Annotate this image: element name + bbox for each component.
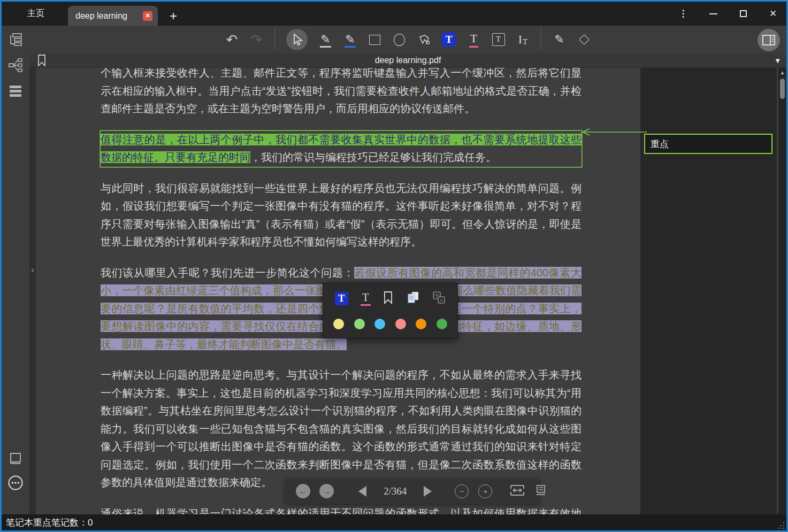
redo-button[interactable]: ↷: [250, 29, 263, 50]
undo-button[interactable]: ↶: [225, 29, 239, 50]
list-icon: [9, 84, 22, 97]
maximize-icon: [740, 10, 747, 17]
page-indicator[interactable]: 2/364: [384, 485, 407, 497]
ink-sign-tool-button[interactable]: ✎: [553, 29, 566, 50]
text-highlight-icon: T: [442, 33, 456, 47]
notebook-button[interactable]: [2, 451, 29, 466]
text-box-tool-button[interactable]: T: [492, 29, 505, 50]
note-connector-line: [580, 128, 647, 136]
paragraph: 通俗来说，机器学习是一门讨论各式各样的适用于不同问题的函数形式，以及如何使用数据…: [101, 505, 582, 515]
cursor-icon: [291, 33, 303, 46]
document-tab[interactable]: deep learning ✕: [68, 6, 158, 26]
toolbar-separator: [274, 29, 275, 50]
text-box-icon: T: [492, 33, 505, 46]
outline-tree-icon: [8, 32, 23, 47]
fit-page-button[interactable]: [535, 484, 546, 498]
rectangle-tool-button[interactable]: [368, 29, 381, 50]
polygon-icon: [418, 33, 431, 46]
outline-panel-button[interactable]: [2, 32, 29, 47]
green-color-dot[interactable]: [437, 319, 447, 329]
mindmap-icon: [8, 58, 23, 73]
notes-list-panel-button[interactable]: [2, 84, 29, 97]
fit-width-button[interactable]: [510, 484, 525, 498]
minimize-button[interactable]: [705, 6, 721, 22]
window-controls: ⋮ ✕: [675, 2, 781, 26]
orange-color-dot[interactable]: [416, 319, 426, 329]
rectangle-icon: [369, 35, 380, 45]
eraser-tool-button[interactable]: [577, 29, 591, 50]
text-insert-tool-button[interactable]: IT: [516, 29, 530, 50]
next-page-button[interactable]: [424, 486, 432, 497]
scroll-up-icon[interactable]: ▲: [778, 70, 786, 75]
highlighter-tool-button[interactable]: ✎: [343, 29, 357, 50]
text-run: 我们该从哪里入手呢？我们先进一步简化这个问题：: [101, 267, 354, 279]
highlighter-color-bar: [345, 46, 356, 48]
pen-tool-button[interactable]: ✎: [319, 29, 332, 50]
note-box[interactable]: 重点: [644, 134, 772, 154]
selected-paragraph: 值得注意的是，在以上两个例子中，我们都不需要收集真实世界中的数据，也不需要系统地…: [101, 131, 582, 167]
undo-icon: ↶: [226, 33, 238, 47]
text-underline-icon: T: [469, 32, 478, 48]
fit-width-icon: [510, 484, 525, 496]
menu-icon[interactable]: ⋮: [675, 6, 691, 22]
redo-icon: ↷: [251, 33, 263, 47]
more-options-button[interactable]: [2, 475, 29, 491]
chevron-down-icon[interactable]: ▼: [774, 57, 781, 65]
panel-layout-icon: [762, 35, 775, 45]
text-highlight-tool-button[interactable]: T: [442, 29, 456, 50]
home-tab[interactable]: 主页: [18, 2, 54, 26]
paragraph: 与此同时，我们很容易就能找到一些连世界上最好的程序员也无法仅用编程技巧解决的简单…: [101, 180, 582, 251]
blue-color-dot[interactable]: [374, 319, 385, 329]
zoom-in-button[interactable]: +: [478, 484, 492, 498]
zoom-out-button[interactable]: −: [455, 484, 469, 498]
toolbar-separator: [541, 29, 541, 50]
popup-text-underline-icon[interactable]: T: [361, 291, 370, 306]
history-forward-button[interactable]: →: [319, 484, 334, 498]
book-icon: [8, 451, 23, 466]
scrollbar-thumb[interactable]: [780, 79, 785, 99]
highlighter-icon: ✎: [345, 33, 355, 47]
popup-translate-icon[interactable]: 中 A: [432, 291, 446, 306]
panel-toggle-button[interactable]: [758, 29, 780, 51]
titlebar: 主页 deep learning ✕ + ⋮ ✕: [2, 2, 786, 26]
note-label: 重点: [651, 138, 669, 150]
mindmap-panel-button[interactable]: [2, 58, 29, 73]
page-navigation-toolbar: ← → 2/364 − +: [285, 479, 539, 504]
ellipse-icon: [394, 34, 405, 46]
polygon-tool-button[interactable]: [417, 29, 431, 50]
left-sidebar: [2, 26, 29, 514]
collapse-panel-icon[interactable]: ‹: [29, 265, 36, 275]
popup-text-highlight-icon[interactable]: T: [335, 292, 348, 305]
popup-copy-icon[interactable]: [406, 290, 420, 306]
tab-close-icon[interactable]: ✕: [143, 11, 152, 21]
history-back-button[interactable]: ←: [296, 484, 310, 498]
svg-text:A: A: [440, 297, 443, 303]
text-run: 个输入框来接受收件人、主题、邮件正文等，程序将监听键盘输入并写入一个缓冲区，然后…: [101, 68, 582, 114]
annotation-popup: T T 中: [323, 283, 458, 338]
text-insert-icon: IT: [518, 33, 528, 47]
minimize-icon: [709, 13, 717, 14]
new-tab-button[interactable]: +: [165, 6, 181, 26]
previous-page-button[interactable]: [358, 486, 366, 497]
pen-icon: ✎: [320, 33, 330, 47]
resize-grip[interactable]: [777, 521, 784, 529]
maximize-button[interactable]: [735, 6, 751, 22]
panel-gutter: ‹: [29, 68, 36, 514]
home-tab-label: 主页: [27, 8, 44, 19]
pen-color-bar: [320, 46, 331, 48]
yellow-color-dot[interactable]: [333, 319, 344, 329]
pdf-page: 个输入框来接受收件人、主题、邮件正文等，程序将监听键盘输入并写入一个缓冲区，然后…: [36, 68, 640, 514]
ellipse-tool-button[interactable]: [393, 29, 406, 50]
close-button[interactable]: ✕: [765, 6, 781, 22]
pink-color-dot[interactable]: [395, 319, 406, 329]
popup-tool-row: T T 中: [323, 288, 457, 309]
text-run: 与此同时，我们很容易就能找到一些连世界上最好的程序员也无法仅用编程技巧解决的简单…: [101, 182, 582, 248]
light-green-color-dot[interactable]: [354, 319, 365, 329]
select-tool-button[interactable]: [286, 29, 308, 50]
vertical-scrollbar[interactable]: ▲: [778, 68, 786, 514]
popup-bookmark-icon[interactable]: [383, 291, 393, 306]
text-run: 通俗来说，机器学习是一门讨论各式各样的适用于不同问题的函数形式，以及如何使用数据…: [101, 507, 582, 515]
paragraph: 一种解决以上问题的思路是逆向思考。与其设计一个解决问题的程序，不如从最终的需求入…: [101, 366, 582, 492]
fit-page-icon: [535, 484, 546, 496]
text-underline-tool-button[interactable]: T: [467, 29, 480, 50]
